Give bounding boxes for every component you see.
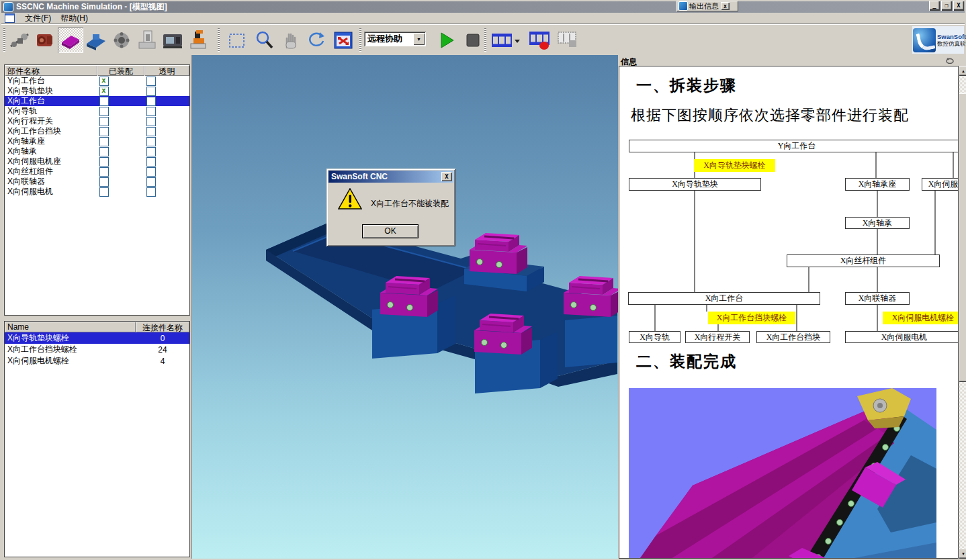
parts-table-row[interactable]: X向伺服电机座 xyxy=(5,156,189,167)
document-icon[interactable] xyxy=(5,13,15,23)
connector-row[interactable]: X向导轨垫块螺栓0 xyxy=(5,332,189,344)
transparent-checkbox[interactable] xyxy=(146,77,156,86)
toolbar-grip[interactable] xyxy=(3,28,5,52)
parts-table-row[interactable]: X向轴承 xyxy=(5,146,189,156)
transparent-checkbox[interactable] xyxy=(146,177,156,187)
swan-mini-icon[interactable] xyxy=(945,57,954,64)
film-icon[interactable] xyxy=(490,28,513,53)
pan-hand-icon[interactable] xyxy=(277,28,303,53)
film-dropdown-icon[interactable] xyxy=(513,28,521,53)
info-scrollbar[interactable]: ▲ ▼ xyxy=(959,66,966,559)
output-info-caption[interactable]: 输出信息 x xyxy=(676,1,738,11)
connector-count: 4 xyxy=(136,357,189,366)
parts-table-row[interactable]: X向工作台挡块 xyxy=(5,126,189,136)
gearbox-icon[interactable] xyxy=(32,28,58,53)
transparent-checkbox[interactable] xyxy=(146,97,156,106)
parts-table-row[interactable]: X向导轨垫块 xyxy=(5,86,189,96)
saddle-icon[interactable] xyxy=(83,28,109,53)
flowchart-connector xyxy=(877,267,878,292)
child-close-button[interactable]: X xyxy=(953,1,964,10)
assembled-checkbox[interactable] xyxy=(99,177,109,187)
transparent-checkbox[interactable] xyxy=(146,87,156,96)
remote-assist-combobox[interactable]: 远程协助 ▼ xyxy=(364,32,426,46)
parts-table-row[interactable]: X向导轨 xyxy=(5,106,189,116)
flowchart-connector xyxy=(877,191,878,217)
parts-table-row[interactable]: X向轴承座 xyxy=(5,136,189,146)
transparent-checkbox[interactable] xyxy=(146,127,156,136)
flowchart-node: X向轴承座 xyxy=(845,178,910,191)
scrollbar-thumb[interactable] xyxy=(959,93,966,382)
parts-table-row[interactable]: X向联轴器 xyxy=(5,177,189,187)
assembled-checkbox[interactable] xyxy=(99,77,109,86)
transparent-checkbox[interactable] xyxy=(146,147,156,156)
stop-icon[interactable] xyxy=(460,28,486,53)
axis-shaft-icon[interactable] xyxy=(7,28,32,53)
model-viewport[interactable]: SwanSoft CNC X X向工作台不能被装配 OK xyxy=(191,55,619,559)
toolbar-grip[interactable] xyxy=(218,28,220,52)
spindle-icon[interactable] xyxy=(109,28,134,53)
ok-button[interactable]: OK xyxy=(362,224,419,238)
assembled-checkbox[interactable] xyxy=(99,187,109,197)
child-minimize-button[interactable]: _ xyxy=(929,1,940,10)
parts-table-row[interactable]: X向工作台 xyxy=(5,96,189,106)
fit-view-icon[interactable] xyxy=(331,28,356,53)
menu-help[interactable]: 帮助(H) xyxy=(56,12,93,25)
film-gray-icon[interactable] xyxy=(556,28,580,53)
scroll-up-icon[interactable]: ▲ xyxy=(959,66,966,76)
scroll-down-icon[interactable]: ▼ xyxy=(959,549,966,559)
toolbar-grip[interactable] xyxy=(484,28,486,52)
transparent-checkbox[interactable] xyxy=(146,117,156,126)
assembled-checkbox[interactable] xyxy=(99,117,109,126)
col-assembled[interactable]: 已装配 xyxy=(97,65,144,76)
child-restore-button[interactable]: ❐ xyxy=(941,1,952,10)
film-record-icon[interactable] xyxy=(528,28,552,53)
dialog-close-button[interactable]: X xyxy=(441,172,452,181)
transparent-checkbox[interactable] xyxy=(146,187,156,197)
transparent-checkbox[interactable] xyxy=(146,167,156,177)
parts-table-row[interactable]: X向行程开关 xyxy=(5,116,189,126)
machine-icon[interactable] xyxy=(160,28,185,53)
parts-table-row[interactable]: X向丝杠组件 xyxy=(5,167,189,177)
col-transparent[interactable]: 透明 xyxy=(144,65,189,76)
flowchart-node: X向行程开关 xyxy=(685,331,750,343)
assembled-checkbox[interactable] xyxy=(99,97,109,106)
loader-icon[interactable] xyxy=(185,28,211,53)
connector-row[interactable]: X向工作台挡块螺栓24 xyxy=(5,344,189,355)
warning-icon xyxy=(338,188,362,210)
window-title: SSCNC Machine Simulation - [模型视图] xyxy=(16,1,167,13)
select-rect-icon[interactable] xyxy=(224,28,250,53)
assembled-checkbox[interactable] xyxy=(99,147,109,156)
column-icon[interactable] xyxy=(134,28,160,53)
flowchart-connector xyxy=(654,305,656,331)
combo-dropdown-icon[interactable]: ▼ xyxy=(413,33,425,45)
transparent-checkbox[interactable] xyxy=(146,137,156,146)
assembled-checkbox[interactable] xyxy=(99,157,109,167)
content-area: 部件名称 已装配 透明 Y向工作台X向导轨垫块X向工作台X向导轨X向行程开关X向… xyxy=(1,55,965,559)
toolbar-grip[interactable] xyxy=(359,28,361,52)
transparent-checkbox[interactable] xyxy=(146,157,156,167)
worktable-icon[interactable] xyxy=(58,28,83,53)
transparent-checkbox[interactable] xyxy=(146,107,156,116)
flowchart-node: X向导轨垫块螺栓 xyxy=(694,159,775,172)
assembled-checkbox[interactable] xyxy=(99,167,109,177)
rotate-icon[interactable] xyxy=(304,28,329,53)
assembled-checkbox[interactable] xyxy=(99,127,109,136)
col-part-name[interactable]: 部件名称 xyxy=(5,65,97,76)
play-icon[interactable] xyxy=(434,28,459,53)
flowchart-node: X向伺服电机座 xyxy=(922,178,959,191)
output-info-close-button[interactable]: x xyxy=(721,2,730,10)
dialog-title-bar[interactable]: SwanSoft CNC X xyxy=(328,171,453,183)
instruction-text: 根据下图按顺序依次选择零部件进行装配 xyxy=(631,105,909,126)
flowchart-node: X向联轴器 xyxy=(845,292,910,305)
col-connector-name[interactable]: 连接件名称 xyxy=(136,322,189,332)
menu-file[interactable]: 文件(F) xyxy=(20,12,56,25)
col-name[interactable]: Name xyxy=(5,322,136,332)
parts-table-row[interactable]: Y向工作台 xyxy=(5,76,189,86)
zoom-icon[interactable] xyxy=(251,28,277,53)
assembled-checkbox[interactable] xyxy=(99,107,109,116)
connector-row[interactable]: X向伺服电机螺栓4 xyxy=(5,355,189,367)
parts-table-row[interactable]: X向伺服电机 xyxy=(5,187,189,197)
toolbar: 远程协助 ▼ SwanSoft 数控仿真软件 xyxy=(1,24,965,55)
assembled-checkbox[interactable] xyxy=(99,137,109,146)
assembled-checkbox[interactable] xyxy=(99,87,109,96)
